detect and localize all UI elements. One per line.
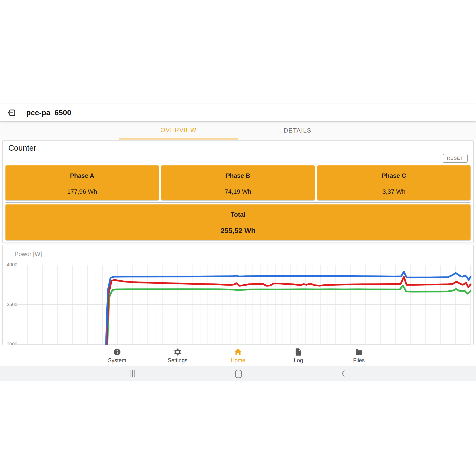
y-axis-tick-label: 4000 — [3, 262, 17, 268]
gear-icon — [173, 348, 182, 356]
nav-item-files[interactable]: Files — [329, 345, 389, 366]
reset-button[interactable]: RESET — [443, 154, 468, 163]
phase-c-label: Phase C — [317, 172, 471, 179]
nav-item-home[interactable]: Home — [208, 345, 268, 366]
nav-item-log[interactable]: Log — [268, 345, 329, 366]
bottom-navigation: System Settings Home Log Files — [0, 345, 476, 366]
phase-b-label: Phase B — [161, 172, 315, 179]
total-label: Total — [5, 211, 471, 219]
phase-c-value: 3,37 Wh — [317, 188, 471, 195]
counter-title: Counter — [8, 143, 36, 153]
info-icon — [113, 348, 121, 356]
page-title: pce-pa_6500 — [26, 108, 71, 117]
phase-b-box: Phase B 74,19 Wh — [161, 165, 315, 200]
tab-bar: OVERVIEW DETAILS — [0, 121, 476, 139]
nav-label-system: System — [108, 357, 126, 364]
phase-a-box: Phase A 177,96 Wh — [5, 165, 159, 200]
nav-item-settings[interactable]: Settings — [147, 345, 208, 366]
total-box: Total 255,52 Wh — [5, 204, 471, 240]
android-system-bar — [0, 366, 476, 381]
folder-icon — [355, 348, 363, 356]
counter-card: Counter RESET Phase A 177,96 Wh Phase B … — [2, 140, 474, 243]
y-axis-tick-label: 3000 — [3, 341, 17, 345]
power-red-line — [106, 277, 471, 345]
nav-item-system[interactable]: System — [87, 345, 147, 366]
recents-icon[interactable] — [130, 370, 135, 377]
y-axis-tick-label: 3500 — [3, 302, 17, 307]
tab-overview[interactable]: OVERVIEW — [119, 121, 238, 139]
logout-icon[interactable] — [7, 108, 17, 118]
total-value: 255,52 Wh — [5, 227, 471, 235]
phase-a-value: 177,96 Wh — [5, 188, 159, 195]
nav-label-files: Files — [353, 357, 365, 364]
app-bar: pce-pa_6500 — [0, 104, 476, 121]
nav-label-settings: Settings — [168, 357, 187, 364]
android-home-icon[interactable] — [235, 370, 242, 378]
tab-details[interactable]: DETAILS — [238, 121, 357, 139]
divider — [5, 203, 471, 203]
power-chart — [3, 245, 473, 345]
nav-label-home: Home — [231, 357, 245, 364]
phase-c-box: Phase C 3,37 Wh — [317, 165, 471, 200]
phase-a-label: Phase A — [5, 172, 159, 179]
phase-row: Phase A 177,96 Wh Phase B 74,19 Wh Phase… — [5, 165, 471, 200]
phase-b-value: 74,19 Wh — [161, 188, 315, 195]
chart-title: Power [W] — [15, 251, 42, 257]
power-chart-card: Power [W] 400035003000 — [2, 245, 474, 345]
home-icon — [234, 348, 242, 356]
nav-label-log: Log — [294, 357, 303, 364]
back-icon[interactable] — [341, 369, 346, 377]
document-icon — [294, 348, 303, 356]
power-green-line — [107, 286, 471, 345]
